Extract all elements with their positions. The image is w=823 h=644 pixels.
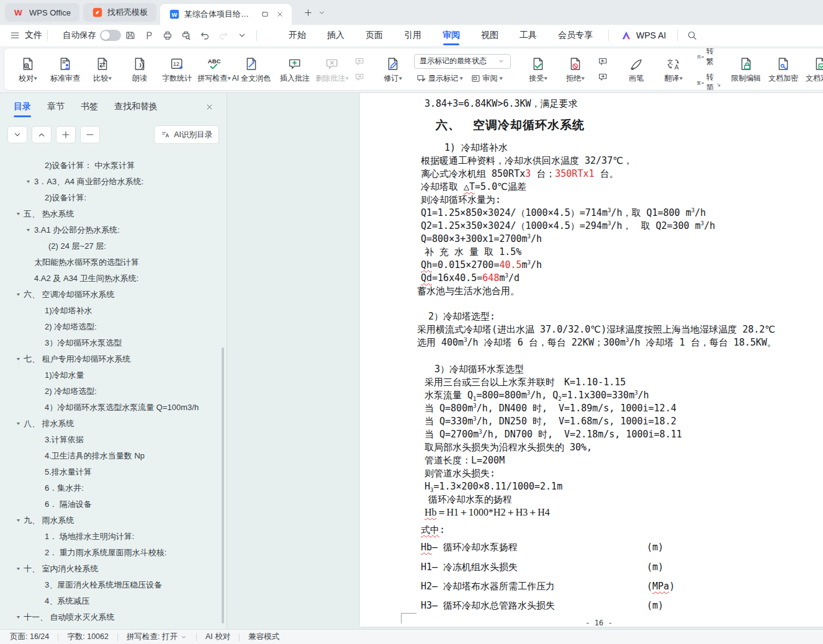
outline-item[interactable]: 4）冷却循环水泵选型水泵流量 Q=100m3/h [0, 400, 219, 416]
outline-item[interactable]: 5.排水量计算 [0, 464, 219, 480]
accept-button[interactable]: 接受▾ [519, 48, 557, 90]
collapse-arrow-icon[interactable]: ▼ [16, 615, 21, 620]
close-sidebar-icon[interactable] [202, 99, 217, 114]
file-menu[interactable]: 文件 [9, 29, 42, 42]
undo-button[interactable] [197, 28, 213, 43]
page-indicator[interactable]: 页面: 16/24 [10, 632, 49, 642]
outline-item[interactable]: 2)设备计算: [0, 190, 219, 206]
encrypt-document-button[interactable]: 文档加密 [765, 48, 802, 90]
outline-item[interactable]: 1)冷却塔补水 [0, 303, 219, 319]
outline-item[interactable]: 6． 隔油设备 [0, 496, 219, 512]
outline-item[interactable]: ▼七、 租户专用冷却循环水系统 [0, 351, 219, 367]
outline-item[interactable]: ▼十一、 自动喷水灭火系统 [0, 609, 219, 625]
outline-item[interactable]: 4.卫生洁具的排水当量数 Np [0, 448, 219, 464]
translate-button[interactable]: 文A翻译▾ [655, 48, 692, 90]
menu-tab-3[interactable]: 页面 [355, 25, 394, 46]
menu-tab-2[interactable]: 插入 [317, 25, 355, 46]
outline-item[interactable]: 1)冷却水量 [0, 367, 219, 383]
close-tab-icon[interactable] [273, 7, 287, 21]
reject-button[interactable]: 拒绝▾ [557, 48, 594, 90]
collapse-arrow-icon[interactable]: ▼ [16, 357, 21, 362]
collapse-arrow-icon[interactable]: ▼ [16, 518, 21, 523]
review-pane-button[interactable]: 审阅▾ [469, 72, 505, 85]
float-window-icon[interactable] [258, 7, 272, 21]
sidebar-tab-3[interactable]: 书签 [81, 99, 98, 115]
word-count-button[interactable]: 12字数统计 [158, 48, 196, 90]
collapse-arrow-icon[interactable]: ▼ [16, 566, 21, 571]
outline-item[interactable]: ▼五、 热水系统 [0, 206, 219, 222]
menu-tab-7[interactable]: 工具 [509, 25, 547, 46]
app-tab-1[interactable]: WWPS Office [5, 3, 79, 22]
outline-item[interactable]: ▼八、 排水系统 [0, 416, 219, 432]
track-changes-button[interactable]: 修订▾ [374, 48, 412, 90]
group-expand-icon[interactable] [715, 81, 722, 89]
standard-review-button[interactable]: 标准审查 [47, 48, 84, 90]
outline-item[interactable]: (2) 24 层~27 层: [0, 238, 219, 254]
ink-pen-button[interactable]: 画笔 [618, 48, 655, 90]
autosave-toggle[interactable] [100, 30, 121, 41]
save-button[interactable] [122, 28, 138, 43]
outline-item[interactable]: 3、屋面消火栓系统增压稳压设备 [0, 577, 219, 593]
outline-item[interactable]: 2) 冷却塔选型: [0, 383, 219, 400]
outline-item[interactable]: 6．集水井: [0, 480, 219, 496]
app-tab-2[interactable]: 找稻壳模板 [83, 3, 156, 22]
next-change-button[interactable] [595, 70, 610, 84]
collapse-arrow-icon[interactable]: ▼ [25, 228, 31, 233]
insert-comment-button[interactable]: 插入批注 [276, 48, 313, 90]
outline-item[interactable]: 3.计算依据 [0, 432, 219, 448]
output-pdf-button[interactable] [141, 28, 157, 43]
spell-check-button[interactable]: ABC拼写检查▾ [196, 48, 233, 90]
menu-tab-5[interactable]: 审阅 [432, 25, 470, 46]
outline-item[interactable]: 2) 冷却塔选型: [0, 319, 219, 335]
markup-state-select[interactable]: 显示标记的最终状态 [414, 54, 511, 69]
compare-button[interactable]: 比较▾ [84, 48, 121, 90]
outline-prev-button[interactable] [32, 126, 52, 143]
ai-recognize-outline-button[interactable]: AI识别目录 [154, 125, 219, 144]
ai-polish-button[interactable]: AI 全文润色 [233, 48, 270, 90]
search-button[interactable] [684, 28, 700, 43]
restrict-editing-button[interactable]: 限制编辑 [727, 48, 765, 90]
outline-expand-button[interactable] [56, 126, 76, 143]
collapse-arrow-icon[interactable]: ▼ [25, 179, 31, 184]
spellcheck-indicator[interactable]: 拼写检查: 打开 [127, 632, 187, 642]
tab-list-chevron[interactable] [315, 6, 329, 19]
ai-proofread-indicator[interactable]: AI 校对 [205, 632, 230, 642]
collapse-arrow-icon[interactable]: ▼ [16, 292, 21, 297]
print-button[interactable] [160, 28, 176, 43]
new-tab-button[interactable] [302, 6, 315, 19]
autosave-control[interactable]: 自动保存 [63, 30, 121, 41]
document-page[interactable]: 3.84+3=6.84KW>6.3KW，满足要求六、 空调冷却循环水系统1) 冷… [360, 93, 823, 627]
outline-item[interactable]: ▼十、 室内消火栓系统 [0, 561, 219, 577]
outline-item[interactable]: ▼3．A3、A4 商业部分给水系统: [0, 174, 219, 190]
collapse-arrow-icon[interactable]: ▼ [16, 421, 21, 426]
previous-change-button[interactable] [595, 55, 610, 68]
print-preview-button[interactable] [178, 28, 194, 43]
outline-item[interactable]: 2)设备计算： 中水泵计算 [0, 158, 219, 174]
app-tab-3[interactable]: W某综合体项目给排水及消防设 [160, 4, 292, 25]
sidebar-tab-1[interactable]: 目录 [14, 99, 31, 115]
outline-item[interactable]: 1． 场地排水主明沟计算: [0, 529, 219, 545]
menu-tab-1[interactable]: 开始 [278, 25, 317, 46]
compat-mode-indicator[interactable]: 兼容模式 [248, 632, 279, 642]
more-commands-chevron[interactable] [234, 28, 250, 43]
word-count-indicator[interactable]: 字数: 10062 [67, 632, 109, 642]
outline-collapse-button[interactable] [80, 126, 100, 143]
outline-item[interactable]: 太阳能热水循环泵的选型计算 [0, 254, 219, 271]
sidebar-tab-4[interactable]: 查找和替换 [114, 99, 158, 115]
show-markup-button[interactable]: 显示标记▾ [414, 72, 465, 85]
menu-tab-6[interactable]: 视图 [470, 25, 509, 46]
outline-item[interactable]: ▼九、 雨水系统 [0, 512, 219, 529]
outline-item[interactable]: 4.A2 及 A34 卫生间热水系统: [0, 271, 219, 287]
outline-next-button[interactable] [7, 126, 27, 143]
menu-tab-4[interactable]: 引用 [394, 25, 432, 46]
outline-item[interactable]: 4、系统减压 [0, 593, 219, 609]
finalize-document-button[interactable]: 文档定稿 [802, 48, 823, 90]
sidebar-scrollbar[interactable] [222, 347, 224, 624]
outline-item[interactable]: 3）冷却循环水泵选型 [0, 335, 219, 351]
sidebar-tab-2[interactable]: 章节 [47, 99, 65, 115]
collapse-arrow-icon[interactable]: ▼ [16, 212, 21, 217]
outline-item[interactable]: ▼六、 空调冷却循环水系统 [0, 287, 219, 303]
proofread-button[interactable]: 校对▾ [9, 48, 47, 90]
menu-tab-8[interactable]: 会员专享 [547, 25, 603, 46]
wps-ai-button[interactable]: WPS AI [614, 29, 672, 42]
